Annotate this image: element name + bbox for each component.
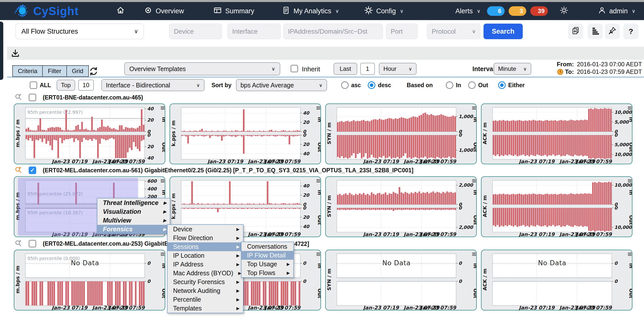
menu-item-sessions[interactable]: Sessions▶ <box>168 242 243 251</box>
top-count-input[interactable]: 10 <box>78 80 94 91</box>
nav-overview[interactable]: Overview <box>144 6 184 16</box>
help-button[interactable]: ? <box>623 24 638 39</box>
radio-out[interactable] <box>468 81 476 89</box>
nav-alerts[interactable]: Alerts ∨ <box>455 7 480 15</box>
port-input[interactable]: Port <box>386 24 418 39</box>
svg-text:0: 0 <box>614 205 618 210</box>
svg-text:Jan-23 07:19: Jan-23 07:19 <box>518 231 555 237</box>
dimension-select[interactable]: Interface - Bidirectional ∨ <box>101 79 205 91</box>
zoom-in-icon[interactable] <box>15 166 22 175</box>
sort-select[interactable]: bps Active Average ∨ <box>236 79 327 91</box>
svg-text:5,000: 5,000 <box>614 119 629 125</box>
all-checkbox[interactable] <box>30 81 37 89</box>
section-checkbox[interactable] <box>29 94 36 101</box>
section-checkbox[interactable]: ✓ <box>29 167 36 174</box>
report-icon <box>572 27 580 36</box>
nav-my-analytics[interactable]: My Analytics ∨ <box>282 6 339 16</box>
template-select[interactable]: Overview Templates ∨ <box>124 62 280 75</box>
section-header: (ERT02-MEL.datacenter.com.au-253) Gigabi… <box>15 238 177 249</box>
menu-item-mac-address-byod-[interactable]: Mac Address (BYOD)▶ <box>168 269 243 278</box>
chart-card[interactable]: ACK / m00No DataJan-23 07:19Jan-23 07:39… <box>481 250 632 310</box>
chart-card[interactable]: k.pps / m4040202000Jan-23 07:19Jan-23 07… <box>170 103 321 164</box>
radio-either[interactable] <box>498 81 506 89</box>
brand-logo[interactable]: CySight <box>13 2 79 20</box>
download-button[interactable] <box>11 48 20 58</box>
radio-desc[interactable] <box>368 81 375 89</box>
chart-card[interactable]: ACK / m10,00010,00000Jan-23 07:19Jan-23 … <box>481 176 632 237</box>
tab-grid[interactable]: Grid <box>67 66 88 76</box>
protocol-select[interactable]: Protocol ∨ <box>427 24 480 39</box>
chevron-down-icon: ∨ <box>271 66 275 72</box>
svg-text:No Data: No Data <box>71 259 99 267</box>
report-button[interactable] <box>568 24 583 39</box>
alert-count-badge[interactable]: 3 <box>509 6 526 16</box>
top-chart-button[interactable] <box>588 24 603 39</box>
inherit-checkbox[interactable] <box>291 65 298 72</box>
menu-item-templates[interactable]: Templates▶ <box>168 304 243 313</box>
svg-text:Jan-23 07:59: Jan-23 07:59 <box>420 305 457 310</box>
radio-asc[interactable] <box>341 81 349 89</box>
svg-text:0: 0 <box>303 205 307 210</box>
search-button[interactable]: Search <box>484 24 523 39</box>
submenu-arrow-icon: ▶ <box>158 209 166 214</box>
menu-item-threat-intelligence[interactable]: Threat Intelligence▶ <box>97 198 170 207</box>
menu-item-security-forensics[interactable]: Security Forensics▶ <box>168 278 243 286</box>
chart-card[interactable]: ACK / m10,00010,0005,0005,00000Jan-23 07… <box>481 103 632 164</box>
section-header: ✓(ERT02-MEL.datacenter.com.au-561) Gigab… <box>15 165 413 176</box>
menu-item-visualization[interactable]: Visualization▶ <box>97 207 170 216</box>
svg-text:Jan-23 07:19: Jan-23 07:19 <box>518 305 555 310</box>
device-input[interactable]: Device <box>169 24 222 39</box>
menu-item-top-usage[interactable]: Top Usage▶ <box>242 260 293 269</box>
side-panel-handle[interactable] <box>0 22 3 80</box>
pin-button[interactable] <box>605 24 620 39</box>
nav-user[interactable]: admin ∨ <box>598 7 635 16</box>
zoom-in-icon[interactable] <box>15 239 22 248</box>
alert-count-badge[interactable]: 6 <box>487 6 505 16</box>
chart-card[interactable]: m.bps / m0095th percentile (0.000)No Dat… <box>14 250 165 310</box>
menu-item-forensics[interactable]: Forensics▶ <box>97 225 170 234</box>
menu-item-top-flows[interactable]: Top Flows▶ <box>242 269 293 277</box>
last-button[interactable]: Last <box>334 63 357 75</box>
menu-item-ip-flow-detail[interactable]: IP Flow Detail <box>242 251 293 260</box>
nav-settings[interactable] <box>560 6 568 16</box>
search-row: All Flow Structures ∨ Device Interface I… <box>0 20 644 43</box>
radio-in[interactable] <box>446 81 453 89</box>
svg-text:Jan-23 07:59: Jan-23 07:59 <box>108 305 145 310</box>
tab-criteria[interactable]: Criteria <box>13 66 43 76</box>
top-button[interactable]: Top <box>57 80 75 91</box>
menu-item-conversations[interactable]: Conversations <box>242 242 293 251</box>
flow-structures-select[interactable]: All Flow Structures ∨ <box>16 24 144 39</box>
unit-select[interactable]: Hour ∨ <box>379 63 417 75</box>
menu-item-ip-location[interactable]: IP Location▶ <box>168 251 243 260</box>
menu-item-ip-address[interactable]: IP Address▶ <box>168 260 243 269</box>
ipaddress-input[interactable]: IPAddress/Domain/Src~Dst <box>283 24 383 39</box>
submenu-arrow-icon: ▶ <box>231 306 239 311</box>
chart-card[interactable]: SYN / m00No DataJan-23 07:19Jan-23 07:39… <box>325 250 477 310</box>
nav-home[interactable] <box>116 6 125 16</box>
chart-card[interactable]: SYN / m1,0001,00000Jan-23 07:19Jan-23 07… <box>325 103 477 164</box>
zoom-in-icon[interactable] <box>15 93 22 102</box>
tab-filter[interactable]: Filter <box>43 66 67 76</box>
svg-text:k.pps / m: k.pps / m <box>170 120 176 146</box>
chart-card[interactable]: SYN / m2,0002,00000Jan-23 07:19Jan-23 07… <box>325 176 477 237</box>
menu-item-percentile[interactable]: Percentile▶ <box>168 295 243 304</box>
alert-count-badge[interactable]: 39 <box>530 6 548 16</box>
chevron-down-icon: ∨ <box>335 8 339 14</box>
from-label: From: <box>557 61 574 68</box>
svg-text:In: In <box>628 263 632 269</box>
submenu-arrow-icon: ▶ <box>231 262 239 267</box>
last-value-input[interactable]: 1 <box>360 63 375 75</box>
refresh-button[interactable] <box>89 66 99 77</box>
menu-item-device[interactable]: Device▶ <box>168 225 243 234</box>
section-checkbox[interactable] <box>29 240 36 247</box>
menu-item-flow-direction[interactable]: Flow Direction▶ <box>168 234 243 242</box>
menu-item-multiview[interactable]: Multiview▶ <box>97 216 170 225</box>
nav-summary[interactable]: Summary <box>214 6 254 16</box>
menu-item-network-auditing[interactable]: Network Auditing▶ <box>168 286 243 295</box>
svg-text:No Data: No Data <box>538 259 567 267</box>
nav-config[interactable]: Config ∨ <box>364 6 404 16</box>
interface-input[interactable]: Interface <box>227 24 281 39</box>
interval-select[interactable]: Minute ∨ <box>494 63 531 75</box>
interface-section: (ERT01-BNE-datacenter.com.au-465)m.bps /… <box>0 92 644 165</box>
chart-card[interactable]: m.bps / m404020200095th percentile (22.9… <box>14 103 165 164</box>
